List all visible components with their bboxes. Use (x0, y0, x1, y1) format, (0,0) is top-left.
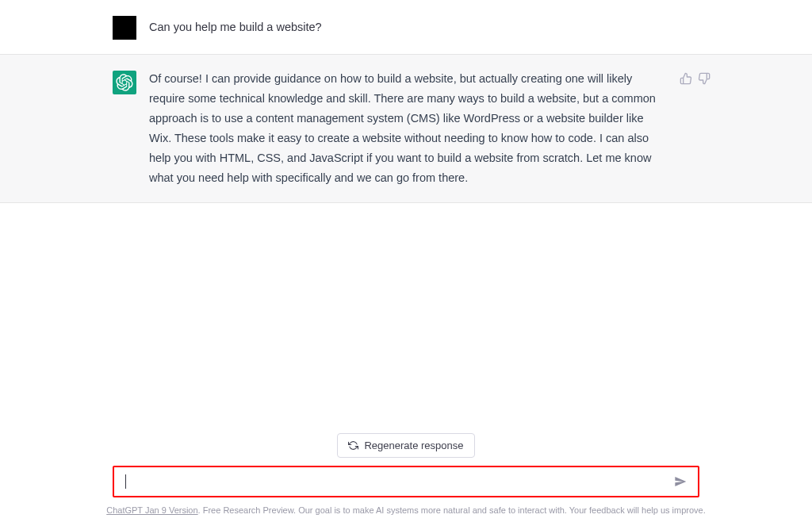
user-message-text: Can you help me build a website? (149, 14, 699, 37)
thumbs-up-icon (680, 72, 692, 85)
bottom-area: Regenerate response ChatGPT Jan 9 Versio… (0, 433, 812, 526)
assistant-message-row: Of course! I can provide guidance on how… (0, 55, 812, 203)
regenerate-button[interactable]: Regenerate response (337, 433, 474, 458)
assistant-message-text: Of course! I can provide guidance on how… (149, 69, 699, 188)
message-input-container[interactable] (113, 466, 699, 497)
footer-rest: . Free Research Preview. Our goal is to … (198, 505, 706, 515)
version-link[interactable]: ChatGPT Jan 9 Version (106, 505, 197, 515)
regenerate-label: Regenerate response (364, 440, 463, 451)
thumbs-up-button[interactable] (680, 72, 692, 85)
send-button[interactable] (671, 472, 690, 491)
user-avatar (113, 16, 136, 40)
conversation-list: Can you help me build a website? Of cour… (0, 0, 812, 203)
footer-disclaimer: ChatGPT Jan 9 Version. Free Research Pre… (89, 505, 723, 515)
message-input[interactable] (126, 475, 663, 489)
user-message-row: Can you help me build a website? (0, 0, 812, 55)
thumbs-down-icon (698, 72, 710, 85)
send-icon (674, 475, 687, 488)
feedback-controls (680, 72, 710, 85)
thumbs-down-button[interactable] (698, 72, 710, 85)
refresh-icon (348, 440, 358, 451)
assistant-avatar (113, 71, 136, 94)
openai-logo-icon (116, 74, 133, 91)
